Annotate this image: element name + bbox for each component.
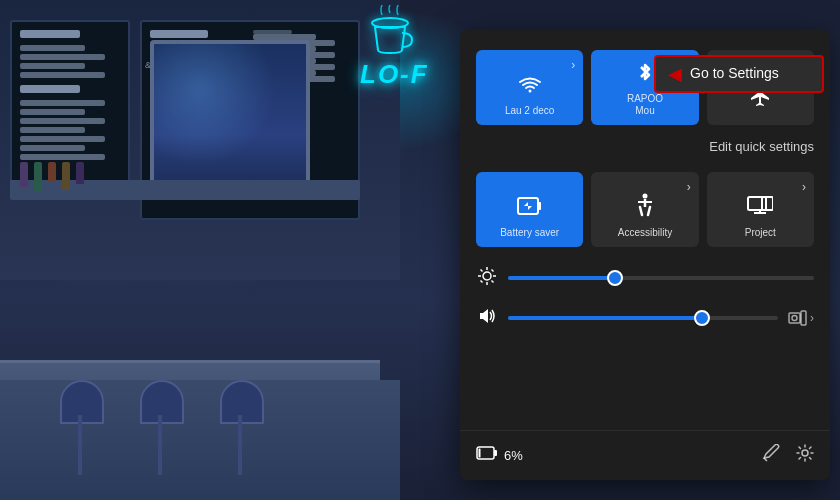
window-pane [154, 44, 306, 196]
bottle-5 [76, 162, 84, 184]
audio-output-selector[interactable]: › [788, 310, 814, 326]
wifi-tile-arrow: › [571, 58, 575, 72]
brightness-slider-thumb[interactable] [607, 270, 623, 286]
project-icon [747, 195, 773, 223]
svg-point-26 [802, 450, 808, 456]
svg-rect-21 [801, 311, 806, 325]
volume-slider-thumb[interactable] [694, 310, 710, 326]
accessibility-tile[interactable]: › Accessibility [591, 172, 698, 247]
bottle-3 [48, 162, 56, 182]
battery-saver-label: Battery saver [500, 227, 559, 239]
svg-rect-1 [518, 198, 538, 214]
svg-rect-19 [789, 313, 800, 323]
brightness-slider-fill [508, 276, 615, 280]
volume-slider-row: › [476, 307, 814, 329]
accessibility-icon [634, 193, 656, 223]
bottom-action-icons [762, 444, 814, 467]
neon-text: LO-F [360, 59, 429, 90]
svg-rect-23 [494, 450, 497, 456]
neon-cup-icon [360, 5, 420, 60]
wifi-icon [518, 75, 542, 101]
battery-percent-text: 6% [504, 448, 523, 463]
neon-sign-area: LO-F [360, 5, 429, 90]
brightness-slider-row [476, 267, 814, 289]
quick-settings-panel: › Lau 2 deco › RAPOOMou [460, 30, 830, 480]
project-tile[interactable]: › Project [707, 172, 814, 247]
speaker-icon [788, 310, 808, 326]
project-tile-arrow: › [802, 180, 806, 194]
volume-slider-fill [508, 316, 702, 320]
bluetooth-tile-label: RAPOOMou [627, 93, 663, 117]
svg-line-18 [481, 281, 483, 283]
svg-rect-24 [479, 449, 481, 458]
wifi-tile[interactable]: › Lau 2 deco [476, 50, 583, 125]
svg-line-17 [492, 270, 494, 272]
svg-line-16 [492, 281, 494, 283]
volume-icon [476, 307, 498, 329]
bottle-2 [34, 162, 42, 192]
bottle-1 [20, 162, 28, 187]
brightness-slider-track[interactable] [508, 276, 814, 280]
audio-output-chevron: › [810, 311, 814, 325]
volume-slider-track[interactable] [508, 316, 778, 320]
battery-bottom-icon [476, 445, 498, 466]
quick-settings-row-2: Battery saver › Accessibility › [476, 172, 814, 247]
quick-settings-row-1: › Lau 2 deco › RAPOOMou [476, 50, 814, 125]
battery-saver-icon [517, 195, 543, 223]
accessibility-tile-arrow: › [687, 180, 691, 194]
edit-quick-settings-link[interactable]: Edit quick settings [476, 133, 814, 160]
go-to-settings-text[interactable]: Go to Settings [690, 65, 779, 81]
svg-rect-2 [538, 202, 541, 210]
red-arrow-icon: ◀ [668, 63, 682, 85]
edit-pencil-icon[interactable] [762, 444, 780, 467]
go-to-settings-popup: ◀ Go to Settings [654, 55, 824, 93]
svg-point-10 [483, 272, 491, 280]
battery-saver-tile[interactable]: Battery saver [476, 172, 583, 247]
settings-gear-icon[interactable] [796, 444, 814, 467]
window-frame [150, 40, 310, 200]
svg-point-20 [792, 316, 797, 321]
svg-line-15 [481, 270, 483, 272]
project-label: Project [745, 227, 776, 239]
bluetooth-icon [635, 61, 655, 89]
quick-settings-bottom-bar: 6% [460, 430, 830, 480]
battery-section: 6% [476, 445, 523, 466]
svg-rect-6 [748, 197, 766, 210]
svg-line-25 [764, 458, 767, 461]
wifi-tile-label: Lau 2 deco [505, 105, 555, 117]
bluetooth-tile[interactable]: › RAPOOMou ◀ Go to Settings [591, 50, 698, 125]
accessibility-label: Accessibility [618, 227, 672, 239]
svg-rect-7 [762, 197, 773, 210]
brightness-icon [476, 267, 498, 289]
svg-point-3 [642, 194, 647, 199]
bottle-4 [62, 162, 70, 190]
